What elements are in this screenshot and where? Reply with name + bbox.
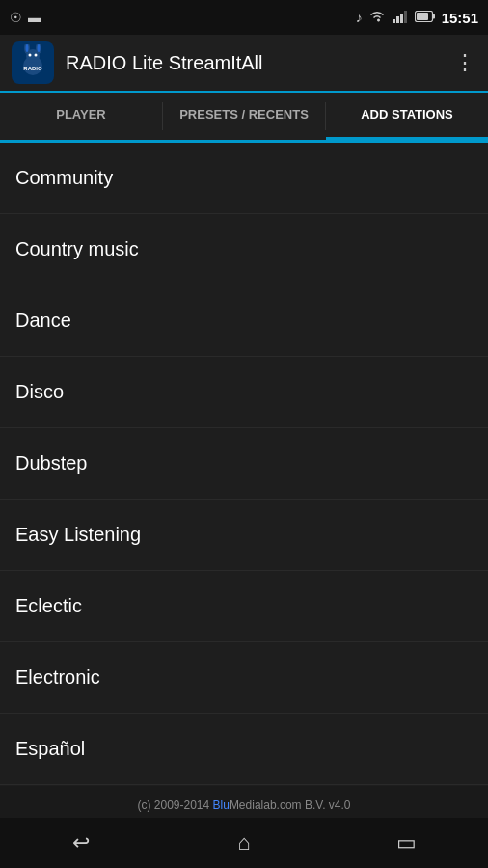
recents-icon: ▭ bbox=[396, 830, 417, 855]
svg-rect-1 bbox=[396, 16, 399, 23]
app-bar: RADIO RADIO Lite StreamItAll ⋮ bbox=[0, 35, 488, 93]
status-time: 15:51 bbox=[442, 10, 478, 26]
back-icon: ↩ bbox=[72, 830, 90, 855]
list-item[interactable]: Eclectic bbox=[0, 571, 488, 642]
tabs-bar: PLAYER PRESETS / RECENTS ADD STATIONS bbox=[0, 93, 488, 143]
signal-icon bbox=[392, 10, 409, 26]
svg-rect-3 bbox=[404, 11, 407, 23]
overflow-menu-icon[interactable]: ⋮ bbox=[454, 50, 476, 75]
brand-suffix: Medialab.com B.V. v4.0 bbox=[230, 799, 351, 812]
svg-point-13 bbox=[29, 54, 32, 57]
list-item[interactable]: Español bbox=[0, 714, 488, 785]
station-categories-list: Community Country music Dance Disco Dubs… bbox=[0, 143, 488, 786]
svg-point-14 bbox=[35, 54, 38, 57]
svg-rect-2 bbox=[400, 14, 403, 23]
tab-player[interactable]: PLAYER bbox=[0, 93, 162, 140]
nav-bar: ↩ ⌂ ▭ bbox=[0, 818, 488, 868]
svg-point-12 bbox=[38, 44, 41, 52]
svg-text:RADIO: RADIO bbox=[23, 66, 42, 71]
list-item[interactable]: Community bbox=[0, 143, 488, 214]
media-icon: ☉ bbox=[10, 10, 22, 25]
tab-presets[interactable]: PRESETS / RECENTS bbox=[163, 93, 325, 140]
list-item[interactable]: Disco bbox=[0, 357, 488, 428]
brand-text: Blu bbox=[213, 799, 230, 812]
svg-point-11 bbox=[26, 44, 29, 52]
music-icon: ♪ bbox=[356, 10, 363, 25]
wifi-icon bbox=[368, 10, 386, 26]
footer: (c) 2009-2014 BluMedialab.com B.V. v4.0 bbox=[0, 793, 488, 818]
screen-icon: ▬ bbox=[28, 10, 41, 25]
home-button[interactable]: ⌂ bbox=[215, 824, 273, 862]
svg-rect-5 bbox=[432, 14, 435, 19]
copyright-text: (c) 2009-2014 bbox=[137, 799, 212, 812]
app-title: RADIO Lite StreamItAll bbox=[66, 52, 454, 74]
svg-rect-6 bbox=[417, 13, 428, 20]
list-item[interactable]: Country music bbox=[0, 214, 488, 285]
app-logo: RADIO bbox=[12, 41, 54, 84]
status-left-icons: ☉ ▬ bbox=[10, 10, 41, 25]
status-bar: ☉ ▬ ♪ bbox=[0, 0, 488, 35]
list-item[interactable]: Dubstep bbox=[0, 428, 488, 500]
back-button[interactable]: ↩ bbox=[52, 824, 110, 862]
tab-add-stations[interactable]: ADD STATIONS bbox=[326, 93, 488, 140]
svg-rect-0 bbox=[393, 19, 395, 23]
battery-icon bbox=[415, 10, 436, 25]
list-item[interactable]: Easy Listening bbox=[0, 500, 488, 571]
list-item[interactable]: Electronic bbox=[0, 642, 488, 714]
recents-button[interactable]: ▭ bbox=[378, 824, 436, 862]
home-icon: ⌂ bbox=[237, 830, 250, 855]
list-item[interactable]: Dance bbox=[0, 285, 488, 357]
status-right-icons: ♪ 15:51 bbox=[356, 10, 478, 26]
